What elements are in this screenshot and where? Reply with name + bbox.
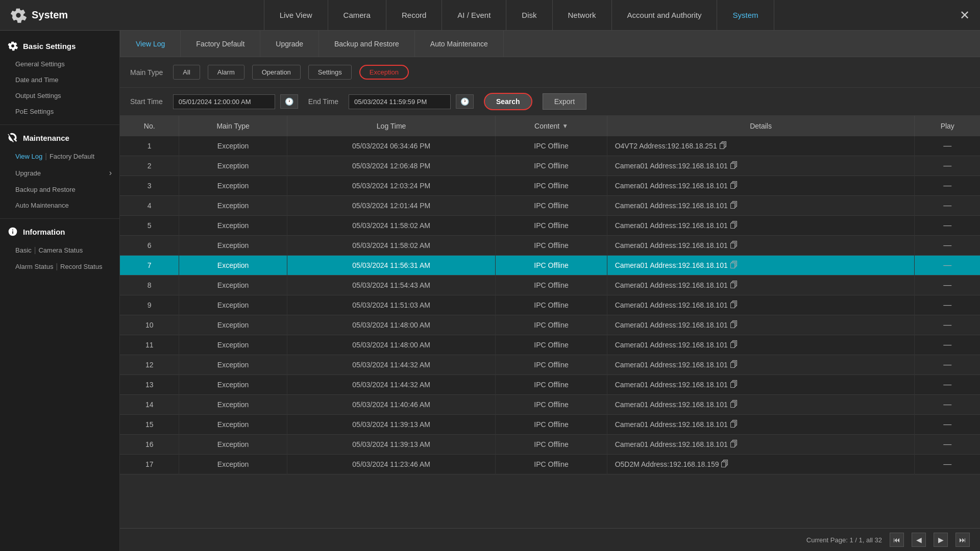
nav-camera[interactable]: Camera <box>328 0 386 31</box>
filter-btn-exception[interactable]: Exception <box>359 65 409 80</box>
cell-main-type: Exception <box>179 276 287 295</box>
cell-details: Camera01 Address:192.168.18.101 🗍 <box>607 236 915 256</box>
filter-btn-all[interactable]: All <box>173 65 200 80</box>
sidebar-item-basic[interactable]: Basic <box>15 246 32 254</box>
detail-doc-icon[interactable]: 🗍 <box>730 440 738 448</box>
filter-btn-settings[interactable]: Settings <box>308 65 352 80</box>
start-time-input[interactable] <box>173 94 275 109</box>
detail-doc-icon[interactable]: 🗍 <box>730 420 738 429</box>
table-row[interactable]: 11Exception05/03/2024 11:48:00 AMIPC Off… <box>120 335 980 355</box>
cell-no: 6 <box>120 236 179 256</box>
table-row[interactable]: 10Exception05/03/2024 11:48:00 AMIPC Off… <box>120 315 980 335</box>
sidebar-item-date-time[interactable]: Date and Time <box>0 72 119 88</box>
tab-factory-default[interactable]: Factory Default <box>181 31 260 57</box>
detail-doc-icon[interactable]: 🗍 <box>730 360 738 369</box>
end-time-input[interactable] <box>349 94 451 109</box>
table-row[interactable]: 2Exception05/03/2024 12:06:48 PMIPC Offl… <box>120 156 980 176</box>
table-row[interactable]: 4Exception05/03/2024 12:01:44 PMIPC Offl… <box>120 196 980 216</box>
sidebar-item-upgrade[interactable]: Upgrade › <box>0 164 119 182</box>
cell-no: 4 <box>120 196 179 216</box>
detail-doc-icon[interactable]: 🗍 <box>719 141 727 150</box>
detail-doc-icon[interactable]: 🗍 <box>730 340 738 349</box>
sidebar-item-factory-default[interactable]: Factory Default <box>50 153 94 160</box>
table-row[interactable]: 14Exception05/03/2024 11:40:46 AMIPC Off… <box>120 395 980 415</box>
sidebar-divider-2 <box>0 218 119 219</box>
detail-doc-icon[interactable]: 🗍 <box>730 221 738 230</box>
detail-doc-icon[interactable]: 🗍 <box>730 300 738 309</box>
nav-ai-event[interactable]: AI / Event <box>442 0 506 31</box>
sidebar-item-backup-restore[interactable]: Backup and Restore <box>0 182 119 197</box>
sidebar-section-maintenance-header: Maintenance <box>0 128 119 148</box>
detail-doc-icon[interactable]: 🗍 <box>730 241 738 249</box>
detail-doc-icon[interactable]: 🗍 <box>730 281 738 289</box>
nav-record[interactable]: Record <box>386 0 442 31</box>
sidebar-item-output-settings[interactable]: Output Settings <box>0 88 119 104</box>
table-row[interactable]: 1Exception05/03/2024 06:34:46 PMIPC Offl… <box>120 136 980 156</box>
detail-doc-icon[interactable]: 🗍 <box>730 320 738 329</box>
detail-doc-icon[interactable]: 🗍 <box>730 201 738 210</box>
start-time-label: Start Time <box>130 97 163 106</box>
table-scroll-area[interactable]: No. Main Type Log Time Content ▼ Details… <box>120 116 980 528</box>
nav-network[interactable]: Network <box>553 0 612 31</box>
detail-doc-icon[interactable]: 🗍 <box>730 400 738 409</box>
close-button[interactable]: ✕ <box>960 8 970 22</box>
col-header-no: No. <box>120 116 179 136</box>
tab-backup-restore[interactable]: Backup and Restore <box>319 31 415 57</box>
cell-details: Camera01 Address:192.168.18.101 🗍 <box>607 335 915 355</box>
search-button[interactable]: Search <box>484 93 532 110</box>
sidebar-item-auto-maintenance[interactable]: Auto Maintenance <box>0 197 119 213</box>
nav-account-authority[interactable]: Account and Authority <box>612 0 718 31</box>
detail-doc-icon[interactable]: 🗍 <box>730 380 738 389</box>
page-info: Current Page: 1 / 1, all 32 <box>806 536 882 544</box>
table-row[interactable]: 9Exception05/03/2024 11:51:03 AMIPC Offl… <box>120 295 980 315</box>
play-dash: — <box>943 281 951 289</box>
tab-view-log[interactable]: View Log <box>120 31 181 57</box>
table-row[interactable]: 7Exception05/03/2024 11:56:31 AMIPC Offl… <box>120 256 980 276</box>
nav-live-view[interactable]: Live View <box>264 0 328 31</box>
sidebar-item-alarm-status[interactable]: Alarm Status <box>15 263 53 270</box>
tab-auto-maintenance[interactable]: Auto Maintenance <box>415 31 504 57</box>
last-page-button[interactable]: ⏭ <box>955 533 970 547</box>
table-row[interactable]: 6Exception05/03/2024 11:58:02 AMIPC Offl… <box>120 236 980 256</box>
sidebar-item-camera-status[interactable]: Camera Status <box>38 246 83 254</box>
cell-details: Camera01 Address:192.168.18.101 🗍 <box>607 256 915 276</box>
cell-main-type: Exception <box>179 455 287 474</box>
nav-disk[interactable]: Disk <box>506 0 552 31</box>
table-row[interactable]: 15Exception05/03/2024 11:39:13 AMIPC Off… <box>120 415 980 435</box>
detail-doc-icon[interactable]: 🗍 <box>730 181 738 190</box>
table-row[interactable]: 16Exception05/03/2024 11:39:13 AMIPC Off… <box>120 435 980 455</box>
cell-play: — <box>915 435 980 455</box>
first-page-button[interactable]: ⏮ <box>890 533 904 547</box>
next-page-button[interactable]: ▶ <box>934 533 948 547</box>
filter-btn-alarm[interactable]: Alarm <box>208 65 244 80</box>
cell-details: Camera01 Address:192.168.18.101 🗍 <box>607 375 915 395</box>
filter-row-type: Main Type All Alarm Operation Settings E… <box>120 57 980 88</box>
sidebar-item-general-settings[interactable]: General Settings <box>0 56 119 72</box>
detail-doc-icon[interactable]: 🗍 <box>730 161 738 170</box>
detail-doc-icon[interactable]: 🗍 <box>730 261 738 269</box>
cell-details: Camera01 Address:192.168.18.101 🗍 <box>607 196 915 216</box>
table-header-row: No. Main Type Log Time Content ▼ Details… <box>120 116 980 136</box>
table-row[interactable]: 17Exception05/03/2024 11:23:46 AMIPC Off… <box>120 455 980 474</box>
sidebar-item-view-log[interactable]: View Log <box>15 153 42 160</box>
cell-details: Camera01 Address:192.168.18.101 🗍 <box>607 415 915 435</box>
end-time-clock-button[interactable]: 🕐 <box>456 94 474 109</box>
export-button[interactable]: Export <box>543 93 586 110</box>
filter-btn-operation[interactable]: Operation <box>252 65 301 80</box>
table-row[interactable]: 3Exception05/03/2024 12:03:24 PMIPC Offl… <box>120 176 980 196</box>
prev-page-button[interactable]: ◀ <box>912 533 926 547</box>
nav-system[interactable]: System <box>717 0 774 31</box>
start-time-clock-button[interactable]: 🕐 <box>280 94 298 109</box>
tab-upgrade[interactable]: Upgrade <box>260 31 319 57</box>
table-row[interactable]: 5Exception05/03/2024 11:58:02 AMIPC Offl… <box>120 216 980 236</box>
sidebar-information-row1: Basic | Camera Status <box>0 242 119 258</box>
sidebar-section-information: Information Basic | Camera Status Alarm … <box>0 221 119 274</box>
table-row[interactable]: 13Exception05/03/2024 11:44:32 AMIPC Off… <box>120 375 980 395</box>
sidebar-item-record-status[interactable]: Record Status <box>60 263 102 270</box>
play-dash: — <box>943 141 951 150</box>
sidebar-item-poe-settings[interactable]: PoE Settings <box>0 104 119 119</box>
table-row[interactable]: 8Exception05/03/2024 11:54:43 AMIPC Offl… <box>120 276 980 295</box>
detail-doc-icon[interactable]: 🗍 <box>721 460 729 468</box>
content-area: View Log Factory Default Upgrade Backup … <box>120 31 980 551</box>
table-row[interactable]: 12Exception05/03/2024 11:44:32 AMIPC Off… <box>120 355 980 375</box>
